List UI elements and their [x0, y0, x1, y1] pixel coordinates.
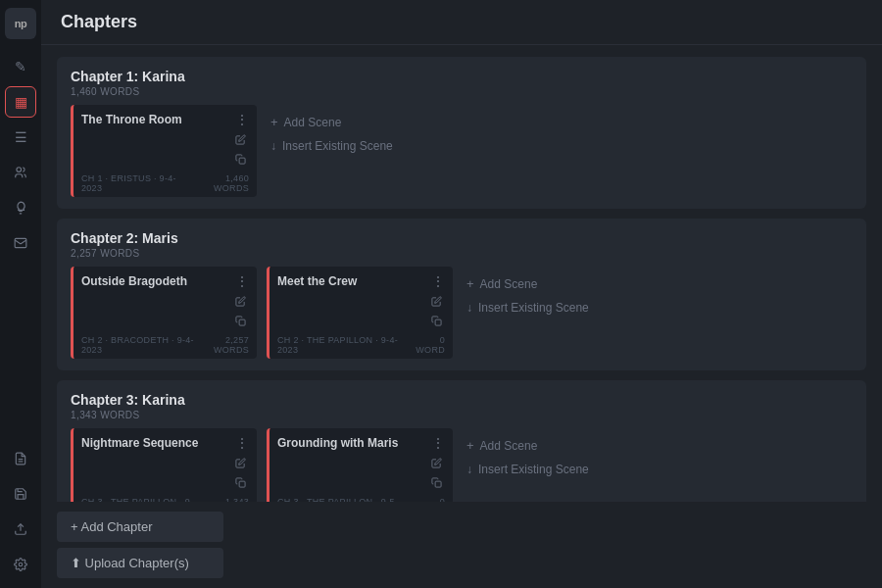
- scene-footer-left-1-1: CH 1 · ERISTUS · 9-4-2023: [81, 173, 191, 193]
- save-icon[interactable]: [5, 478, 36, 510]
- page-header: Chapters: [41, 0, 882, 45]
- insert-scene-button-3[interactable]: ↓Insert Existing Scene: [463, 461, 593, 478]
- add-scene-button-3[interactable]: +Add Scene: [463, 436, 593, 455]
- scene-copy-button-2-2[interactable]: [427, 312, 445, 329]
- mail-icon[interactable]: [5, 227, 36, 259]
- main-panel: Chapters Chapter 1: Karina1,460 WORDSThe…: [41, 0, 882, 588]
- chapter-wordcount-3: 1,343 WORDS: [71, 410, 853, 420]
- add-scene-button-2[interactable]: +Add Scene: [463, 274, 593, 293]
- svg-point-0: [17, 168, 22, 172]
- scenes-row-1: The Throne Room⋮CH 1 · ERISTUS · 9-4-202…: [71, 105, 853, 197]
- scenes-row-2: Outside Bragodeth⋮CH 2 · BRACODETH · 9-4…: [71, 267, 853, 359]
- scene-menu-button-3-2[interactable]: ⋮: [431, 436, 445, 450]
- scene-menu-button-3-1[interactable]: ⋮: [235, 436, 249, 450]
- scene-footer-right-2-1: 2,257 WORDS: [196, 335, 249, 355]
- svg-rect-1: [15, 238, 26, 247]
- upload-chapter-button[interactable]: ⬆ Upload Chapter(s): [57, 548, 223, 578]
- add-scene-area-2: +Add Scene↓Insert Existing Scene: [463, 267, 593, 324]
- scenes-row-3: Nightmare Sequence⋮CH 3 · THE PAPILLON ·…: [71, 428, 853, 502]
- scene-footer-left-3-1: CH 3 · THE PAPILLON · 9-5-2023: [81, 497, 198, 502]
- chapter-title-2: Chapter 2: Maris: [71, 230, 853, 246]
- scene-name-3-1: Nightmare Sequence: [81, 436, 235, 450]
- scene-edit-button-2-1[interactable]: [231, 292, 249, 310]
- scene-footer-right-3-2: 0 WORD: [410, 497, 445, 502]
- chapter-block-3: Chapter 3: Karina1,343 WORDSNightmare Se…: [57, 380, 866, 502]
- scene-edit-button-1-1[interactable]: [231, 130, 249, 148]
- scene-copy-button-3-1[interactable]: [231, 473, 249, 491]
- add-scene-area-1: +Add Scene↓Insert Existing Scene: [267, 105, 397, 163]
- app-logo: np: [5, 8, 36, 39]
- scene-name-2-1: Outside Bragodeth: [81, 274, 235, 288]
- page-title: Chapters: [61, 12, 137, 31]
- svg-rect-8: [435, 319, 441, 325]
- chapter-title-1: Chapter 1: Karina: [71, 69, 853, 84]
- chapter-header-1: Chapter 1: Karina1,460 WORDS: [71, 69, 853, 97]
- chapter-header-3: Chapter 3: Karina1,343 WORDS: [71, 392, 853, 420]
- layers-icon[interactable]: ☰: [5, 122, 36, 153]
- scene-menu-button-2-2[interactable]: ⋮: [431, 274, 445, 288]
- insert-scene-button-2[interactable]: ↓Insert Existing Scene: [463, 299, 593, 317]
- chapter-wordcount-2: 2,257 WORDS: [71, 248, 853, 259]
- svg-rect-10: [435, 481, 441, 487]
- scene-copy-button-2-1[interactable]: [231, 312, 249, 329]
- chapter-block-1: Chapter 1: Karina1,460 WORDSThe Throne R…: [57, 57, 866, 209]
- settings-icon[interactable]: [5, 549, 36, 580]
- feather-icon[interactable]: ✎: [5, 51, 36, 82]
- scene-copy-button-1-1[interactable]: [231, 150, 249, 168]
- bottom-actions: + Add Chapter ⬆ Upload Chapter(s): [41, 502, 882, 588]
- scene-footer-right-2-2: 0 WORD: [410, 335, 445, 355]
- svg-rect-9: [239, 481, 245, 487]
- svg-point-5: [19, 563, 23, 566]
- add-scene-area-3: +Add Scene↓Insert Existing Scene: [463, 428, 593, 486]
- scene-footer-right-1-1: 1,460 WORDS: [191, 173, 249, 193]
- scene-menu-button-1-1[interactable]: ⋮: [235, 113, 249, 126]
- chapter-header-2: Chapter 2: Maris2,257 WORDS: [71, 230, 853, 259]
- scene-name-3-2: Grounding with Maris: [277, 436, 431, 450]
- scene-edit-button-3-2[interactable]: [427, 454, 445, 471]
- note-icon[interactable]: [5, 443, 36, 474]
- scene-menu-button-2-1[interactable]: ⋮: [235, 274, 249, 288]
- scene-footer-left-2-2: CH 2 · THE PAPILLON · 9-4-2023: [277, 335, 410, 355]
- export-icon[interactable]: [5, 514, 36, 545]
- scene-footer-right-3-1: 1,343 WORDS: [198, 497, 249, 502]
- sidebar: np ✎ ▦ ☰: [0, 0, 41, 588]
- add-scene-button-1[interactable]: +Add Scene: [267, 113, 397, 131]
- chapter-block-2: Chapter 2: Maris2,257 WORDSOutside Brago…: [57, 219, 866, 370]
- insert-scene-button-1[interactable]: ↓Insert Existing Scene: [267, 137, 397, 155]
- scene-edit-button-3-1[interactable]: [231, 454, 249, 471]
- svg-rect-7: [239, 319, 245, 325]
- scene-edit-button-2-2[interactable]: [427, 292, 445, 310]
- chapter-wordcount-1: 1,460 WORDS: [71, 86, 853, 97]
- chapters-content: Chapter 1: Karina1,460 WORDSThe Throne R…: [41, 45, 882, 502]
- scene-name-1-1: The Throne Room: [81, 113, 235, 126]
- scene-card-3-2: Grounding with Maris⋮CH 3 · THE PAPILLON…: [267, 428, 453, 502]
- scene-footer-left-2-1: CH 2 · BRACODETH · 9-4-2023: [81, 335, 196, 355]
- scene-card-2-2: Meet the Crew⋮CH 2 · THE PAPILLON · 9-4-…: [267, 267, 453, 359]
- svg-rect-6: [239, 158, 245, 164]
- users-icon[interactable]: [5, 157, 36, 188]
- scene-footer-left-3-2: CH 3 · THE PAPILLON · 9-5-2023: [277, 497, 410, 502]
- add-chapter-button[interactable]: + Add Chapter: [57, 512, 223, 542]
- scene-copy-button-3-2[interactable]: [427, 473, 445, 491]
- lightbulb-icon[interactable]: [5, 192, 36, 223]
- grid-icon[interactable]: ▦: [5, 86, 36, 118]
- chapter-title-3: Chapter 3: Karina: [71, 392, 853, 408]
- scene-name-2-2: Meet the Crew: [277, 274, 431, 288]
- scene-card-3-1: Nightmare Sequence⋮CH 3 · THE PAPILLON ·…: [71, 428, 257, 502]
- scene-card-1-1: The Throne Room⋮CH 1 · ERISTUS · 9-4-202…: [71, 105, 257, 197]
- scene-card-2-1: Outside Bragodeth⋮CH 2 · BRACODETH · 9-4…: [71, 267, 257, 359]
